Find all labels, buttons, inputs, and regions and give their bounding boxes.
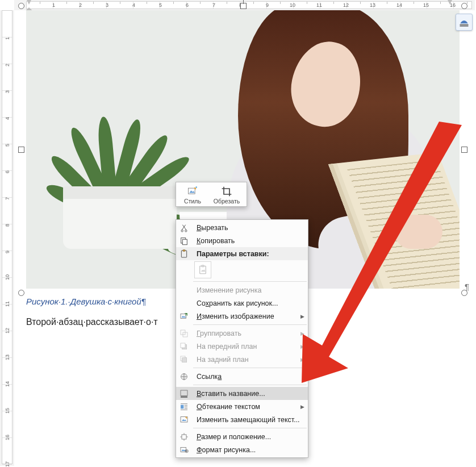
group-icon [176,327,192,340]
menu-save-as-picture-label: Сохранить как рисунок... [197,299,304,307]
svg-rect-8 [181,251,186,257]
submenu-arrow-icon: ▶ [300,404,304,410]
menu-paste-option [176,260,308,280]
send-back-icon [176,353,192,366]
change-picture-icon [176,310,192,323]
link-icon [176,370,192,383]
menu-edit-picture-label: Изменение рисунка [197,286,304,294]
insert-caption-icon [176,387,192,400]
resize-handle-l[interactable] [18,147,24,153]
svg-rect-11 [202,265,204,267]
menu-change-picture-label: Изменить изображение [197,312,294,320]
menu-group: Группировать ▶ [176,327,308,340]
paste-icon [176,247,192,260]
menu-save-as-picture[interactable]: Сохранить как рисунок... [176,297,308,310]
menu-edit-picture: Изменение рисунка [176,283,308,297]
svg-point-3 [195,186,197,188]
menu-insert-caption[interactable]: Вставить название... [176,387,308,400]
paste-picture-button [194,261,211,278]
vertical-ruler[interactable] [0,10,15,466]
svg-rect-21 [181,396,187,397]
crop-icon [221,186,232,197]
submenu-arrow-icon: ▶ [300,314,304,319]
crop-label: Обрезать [210,198,244,205]
menu-paste-options-header: Параметры вставки: [176,247,308,260]
resize-handle-bl[interactable] [18,290,24,296]
menu-paste-options-label: Параметры вставки: [197,250,304,258]
svg-rect-1 [460,26,469,27]
menu-format-picture[interactable]: Формат рисунка... [176,443,308,456]
menu-alt-text[interactable]: Изменить замещающий текст... [176,413,308,426]
image-context-menu: Вырезать Копировать Параметры вставки: И… [176,219,308,458]
menu-wrap-text-label: Обтекание текстом [197,403,294,411]
svg-point-4 [181,230,183,231]
picture-style-icon [187,186,198,197]
wrap-text-icon [176,400,192,413]
menu-format-picture-label: Формат рисунка... [197,446,304,454]
menu-change-picture[interactable]: Изменить изображение ▶ [176,310,308,323]
document-page[interactable]: ¶ Рисунок·1.·Девушка·с·книгой¶ Второй·аб… [14,10,475,466]
paragraph-mark: ¶ [465,282,469,291]
svg-point-5 [185,230,187,231]
submenu-arrow-icon: ▶ [300,331,304,336]
menu-cut-label: Вырезать [197,224,304,232]
menu-copy[interactable]: Копировать [176,234,308,247]
menu-size-position[interactable]: Размер и положение... [176,430,308,443]
layout-options-icon [459,17,469,27]
bring-front-icon [176,340,192,353]
svg-rect-16 [181,343,185,348]
svg-rect-18 [182,357,187,362]
crop-button[interactable]: Обрезать [208,184,245,205]
menu-link[interactable]: Ссылка [176,370,308,383]
alt-text-icon [176,413,192,426]
size-position-icon [176,430,192,443]
resize-handle-r[interactable] [461,147,467,153]
menu-send-back-label: На задний план [197,356,294,364]
menu-insert-caption-label: Вставить название... [197,390,304,398]
svg-rect-0 [460,24,469,26]
menu-wrap-text[interactable]: Обтекание текстом ▶ [176,400,308,413]
format-picture-icon [176,443,192,456]
submenu-arrow-icon: ▶ [300,357,304,362]
style-label: Стиль [179,198,206,205]
menu-group-label: Группировать [197,330,294,337]
style-button[interactable]: Стиль [178,184,207,205]
cut-icon [176,221,192,234]
svg-rect-10 [200,266,206,274]
menu-alt-text-label: Изменить замещающий текст... [197,416,304,424]
svg-rect-9 [183,249,185,251]
body-paragraph[interactable]: Второй·абзац·рассказывает·о·т [26,317,158,327]
menu-bring-front-label: На передний план [197,343,294,351]
image-caption[interactable]: Рисунок·1.·Девушка·с·книгой¶ [26,297,146,306]
menu-size-position-label: Размер и положение... [197,433,304,441]
copy-icon [176,234,192,247]
submenu-arrow-icon: ▶ [300,344,304,349]
mini-toolbar: Стиль Обрезать [176,182,247,207]
horizontal-ruler[interactable] [14,0,475,11]
menu-bring-front: На передний план ▶ [176,340,308,353]
svg-rect-20 [181,390,187,395]
menu-send-back: На задний план ▶ [176,353,308,366]
layout-options-button[interactable] [456,14,473,31]
menu-copy-label: Копировать [197,237,304,245]
menu-cut[interactable]: Вырезать [176,221,308,234]
svg-rect-12 [181,314,186,318]
menu-link-label: Ссылка [197,373,304,381]
svg-rect-7 [182,239,187,244]
svg-rect-24 [182,435,186,439]
svg-rect-22 [181,405,183,408]
